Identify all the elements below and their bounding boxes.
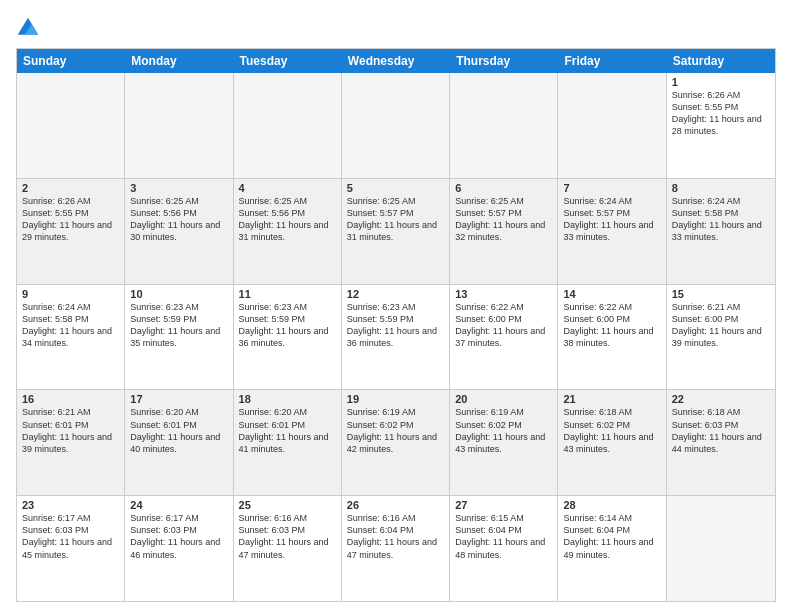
day-number: 13 (455, 288, 552, 300)
calendar-body: 1Sunrise: 6:26 AMSunset: 5:55 PMDaylight… (17, 73, 775, 601)
cell-info: Sunrise: 6:24 AMSunset: 5:58 PMDaylight:… (22, 302, 112, 348)
day-number: 20 (455, 393, 552, 405)
calendar-cell (125, 73, 233, 178)
header-day-tuesday: Tuesday (234, 49, 342, 73)
day-number: 23 (22, 499, 119, 511)
calendar-cell (342, 73, 450, 178)
calendar-header: SundayMondayTuesdayWednesdayThursdayFrid… (17, 49, 775, 73)
calendar-cell: 16Sunrise: 6:21 AMSunset: 6:01 PMDayligh… (17, 390, 125, 495)
calendar-cell: 9Sunrise: 6:24 AMSunset: 5:58 PMDaylight… (17, 285, 125, 390)
day-number: 18 (239, 393, 336, 405)
calendar-cell: 27Sunrise: 6:15 AMSunset: 6:04 PMDayligh… (450, 496, 558, 601)
calendar-cell: 23Sunrise: 6:17 AMSunset: 6:03 PMDayligh… (17, 496, 125, 601)
calendar-cell (17, 73, 125, 178)
calendar-cell: 8Sunrise: 6:24 AMSunset: 5:58 PMDaylight… (667, 179, 775, 284)
day-number: 22 (672, 393, 770, 405)
calendar-cell: 18Sunrise: 6:20 AMSunset: 6:01 PMDayligh… (234, 390, 342, 495)
calendar-cell: 13Sunrise: 6:22 AMSunset: 6:00 PMDayligh… (450, 285, 558, 390)
cell-info: Sunrise: 6:15 AMSunset: 6:04 PMDaylight:… (455, 513, 545, 559)
cell-info: Sunrise: 6:23 AMSunset: 5:59 PMDaylight:… (130, 302, 220, 348)
calendar-cell: 2Sunrise: 6:26 AMSunset: 5:55 PMDaylight… (17, 179, 125, 284)
cell-info: Sunrise: 6:22 AMSunset: 6:00 PMDaylight:… (455, 302, 545, 348)
cell-info: Sunrise: 6:17 AMSunset: 6:03 PMDaylight:… (130, 513, 220, 559)
day-number: 7 (563, 182, 660, 194)
cell-info: Sunrise: 6:19 AMSunset: 6:02 PMDaylight:… (455, 407, 545, 453)
cell-info: Sunrise: 6:21 AMSunset: 6:00 PMDaylight:… (672, 302, 762, 348)
calendar-cell (667, 496, 775, 601)
calendar-cell (558, 73, 666, 178)
calendar-cell: 21Sunrise: 6:18 AMSunset: 6:02 PMDayligh… (558, 390, 666, 495)
cell-info: Sunrise: 6:24 AMSunset: 5:58 PMDaylight:… (672, 196, 762, 242)
calendar-cell: 3Sunrise: 6:25 AMSunset: 5:56 PMDaylight… (125, 179, 233, 284)
calendar-cell: 5Sunrise: 6:25 AMSunset: 5:57 PMDaylight… (342, 179, 450, 284)
day-number: 27 (455, 499, 552, 511)
calendar: SundayMondayTuesdayWednesdayThursdayFrid… (16, 48, 776, 602)
cell-info: Sunrise: 6:26 AMSunset: 5:55 PMDaylight:… (672, 90, 762, 136)
day-number: 15 (672, 288, 770, 300)
day-number: 16 (22, 393, 119, 405)
calendar-row-1: 2Sunrise: 6:26 AMSunset: 5:55 PMDaylight… (17, 179, 775, 285)
day-number: 6 (455, 182, 552, 194)
cell-info: Sunrise: 6:25 AMSunset: 5:57 PMDaylight:… (347, 196, 437, 242)
cell-info: Sunrise: 6:25 AMSunset: 5:56 PMDaylight:… (239, 196, 329, 242)
cell-info: Sunrise: 6:20 AMSunset: 6:01 PMDaylight:… (239, 407, 329, 453)
calendar-cell: 14Sunrise: 6:22 AMSunset: 6:00 PMDayligh… (558, 285, 666, 390)
calendar-cell: 6Sunrise: 6:25 AMSunset: 5:57 PMDaylight… (450, 179, 558, 284)
calendar-cell: 11Sunrise: 6:23 AMSunset: 5:59 PMDayligh… (234, 285, 342, 390)
day-number: 25 (239, 499, 336, 511)
calendar-cell: 10Sunrise: 6:23 AMSunset: 5:59 PMDayligh… (125, 285, 233, 390)
day-number: 14 (563, 288, 660, 300)
cell-info: Sunrise: 6:24 AMSunset: 5:57 PMDaylight:… (563, 196, 653, 242)
header-day-sunday: Sunday (17, 49, 125, 73)
calendar-cell: 20Sunrise: 6:19 AMSunset: 6:02 PMDayligh… (450, 390, 558, 495)
calendar-cell: 17Sunrise: 6:20 AMSunset: 6:01 PMDayligh… (125, 390, 233, 495)
cell-info: Sunrise: 6:23 AMSunset: 5:59 PMDaylight:… (347, 302, 437, 348)
day-number: 21 (563, 393, 660, 405)
cell-info: Sunrise: 6:20 AMSunset: 6:01 PMDaylight:… (130, 407, 220, 453)
calendar-cell: 4Sunrise: 6:25 AMSunset: 5:56 PMDaylight… (234, 179, 342, 284)
day-number: 5 (347, 182, 444, 194)
cell-info: Sunrise: 6:25 AMSunset: 5:56 PMDaylight:… (130, 196, 220, 242)
day-number: 12 (347, 288, 444, 300)
day-number: 9 (22, 288, 119, 300)
header-day-monday: Monday (125, 49, 233, 73)
cell-info: Sunrise: 6:16 AMSunset: 6:04 PMDaylight:… (347, 513, 437, 559)
day-number: 8 (672, 182, 770, 194)
day-number: 11 (239, 288, 336, 300)
calendar-cell: 25Sunrise: 6:16 AMSunset: 6:03 PMDayligh… (234, 496, 342, 601)
calendar-cell: 12Sunrise: 6:23 AMSunset: 5:59 PMDayligh… (342, 285, 450, 390)
calendar-cell (234, 73, 342, 178)
header-day-saturday: Saturday (667, 49, 775, 73)
cell-info: Sunrise: 6:14 AMSunset: 6:04 PMDaylight:… (563, 513, 653, 559)
page-header (16, 16, 776, 40)
calendar-cell: 15Sunrise: 6:21 AMSunset: 6:00 PMDayligh… (667, 285, 775, 390)
calendar-row-3: 16Sunrise: 6:21 AMSunset: 6:01 PMDayligh… (17, 390, 775, 496)
cell-info: Sunrise: 6:16 AMSunset: 6:03 PMDaylight:… (239, 513, 329, 559)
day-number: 3 (130, 182, 227, 194)
calendar-row-4: 23Sunrise: 6:17 AMSunset: 6:03 PMDayligh… (17, 496, 775, 601)
cell-info: Sunrise: 6:26 AMSunset: 5:55 PMDaylight:… (22, 196, 112, 242)
cell-info: Sunrise: 6:22 AMSunset: 6:00 PMDaylight:… (563, 302, 653, 348)
cell-info: Sunrise: 6:18 AMSunset: 6:03 PMDaylight:… (672, 407, 762, 453)
header-day-thursday: Thursday (450, 49, 558, 73)
calendar-cell: 7Sunrise: 6:24 AMSunset: 5:57 PMDaylight… (558, 179, 666, 284)
logo (16, 16, 44, 40)
day-number: 17 (130, 393, 227, 405)
cell-info: Sunrise: 6:19 AMSunset: 6:02 PMDaylight:… (347, 407, 437, 453)
day-number: 10 (130, 288, 227, 300)
calendar-cell: 24Sunrise: 6:17 AMSunset: 6:03 PMDayligh… (125, 496, 233, 601)
calendar-cell: 26Sunrise: 6:16 AMSunset: 6:04 PMDayligh… (342, 496, 450, 601)
calendar-cell: 19Sunrise: 6:19 AMSunset: 6:02 PMDayligh… (342, 390, 450, 495)
day-number: 26 (347, 499, 444, 511)
calendar-cell: 28Sunrise: 6:14 AMSunset: 6:04 PMDayligh… (558, 496, 666, 601)
cell-info: Sunrise: 6:23 AMSunset: 5:59 PMDaylight:… (239, 302, 329, 348)
header-day-friday: Friday (558, 49, 666, 73)
day-number: 28 (563, 499, 660, 511)
calendar-cell: 1Sunrise: 6:26 AMSunset: 5:55 PMDaylight… (667, 73, 775, 178)
cell-info: Sunrise: 6:21 AMSunset: 6:01 PMDaylight:… (22, 407, 112, 453)
cell-info: Sunrise: 6:25 AMSunset: 5:57 PMDaylight:… (455, 196, 545, 242)
cell-info: Sunrise: 6:18 AMSunset: 6:02 PMDaylight:… (563, 407, 653, 453)
day-number: 4 (239, 182, 336, 194)
logo-icon (16, 16, 40, 40)
day-number: 1 (672, 76, 770, 88)
